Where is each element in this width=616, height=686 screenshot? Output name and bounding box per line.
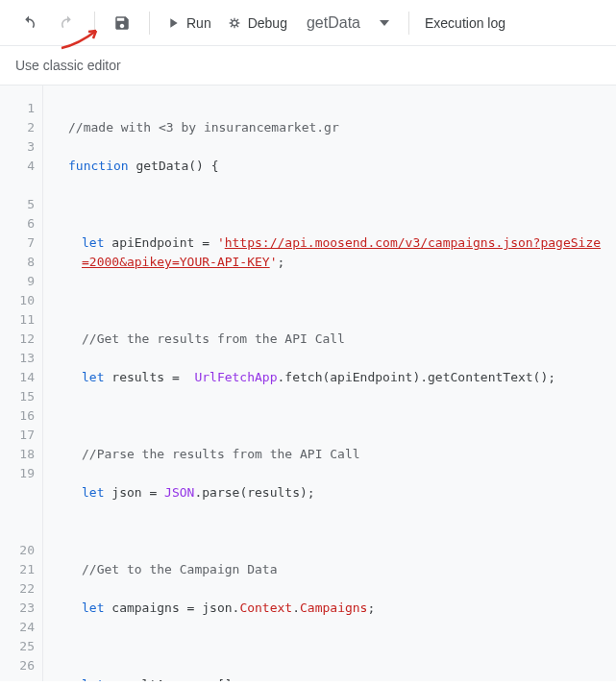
redo-button[interactable] [50,6,85,40]
execution-log-button[interactable]: Execution log [419,6,511,40]
toolbar-separator [408,12,409,35]
debug-button[interactable]: Debug [221,6,293,40]
undo-icon [20,14,37,32]
code-editor[interactable]: 123 4 56789 1011121314 15161718 19 20212… [0,86,616,681]
run-label: Run [186,15,211,31]
chevron-down-icon [380,20,389,26]
debug-icon [227,15,242,31]
code-area[interactable]: //made with <3 by insurancemarket.gr fun… [42,86,616,681]
function-dropdown[interactable]: getData [297,6,399,40]
redo-icon [59,14,76,32]
play-icon [165,15,181,31]
line-gutter: 123 4 56789 1011121314 15161718 19 20212… [0,86,42,681]
toolbar: Run Debug getData Execution log [0,0,616,46]
sub-toolbar: Use classic editor [0,46,616,86]
function-name: getData [307,14,360,32]
debug-label: Debug [248,15,287,31]
execution-log-label: Execution log [425,15,505,31]
svg-point-0 [232,20,236,25]
save-button[interactable] [105,6,139,40]
run-button[interactable]: Run [160,6,217,40]
save-icon [113,14,131,32]
classic-editor-link[interactable]: Use classic editor [15,58,121,73]
toolbar-separator [149,12,150,35]
toolbar-separator [94,12,95,35]
undo-button[interactable] [12,6,46,40]
